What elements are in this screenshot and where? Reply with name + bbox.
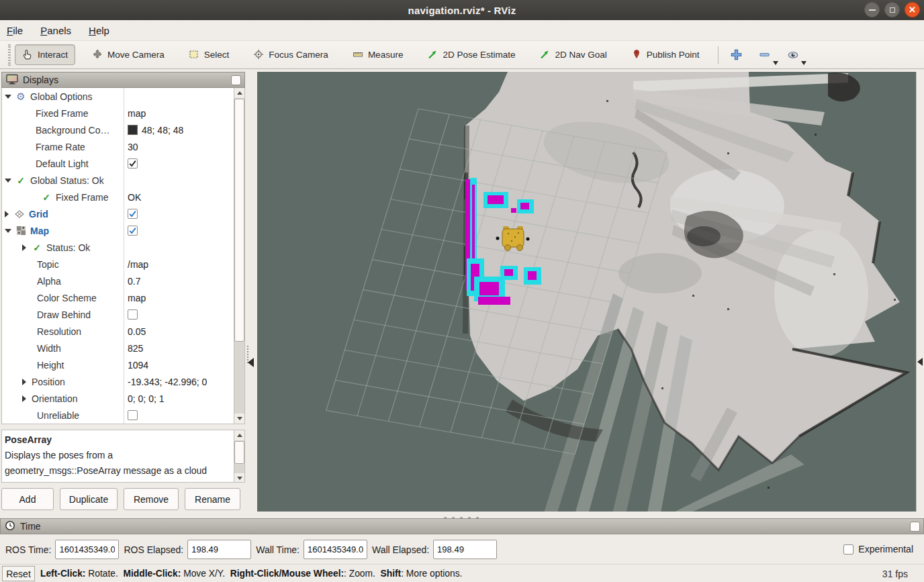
- maximize-button[interactable]: [884, 2, 900, 17]
- collapse-left-icon[interactable]: [917, 358, 923, 366]
- tree-row-topic[interactable]: Topic/map: [2, 256, 244, 273]
- property-checkbox[interactable]: [128, 309, 138, 320]
- menu-file[interactable]: File: [7, 25, 23, 36]
- tree-row-global-options[interactable]: ⚙Global Options: [2, 88, 244, 105]
- tree-row-fixed-frame[interactable]: Fixed Framemap: [2, 105, 244, 122]
- property-value[interactable]: 0.7: [128, 276, 140, 287]
- tree-row-background-co-[interactable]: Background Co…48; 48; 48: [2, 122, 244, 138]
- tree-row-global-status-ok[interactable]: ✓Global Status: Ok: [2, 172, 244, 189]
- collapse-left-icon[interactable]: [248, 358, 254, 367]
- dropdown-caret-icon[interactable]: [801, 61, 806, 65]
- time-panel-header[interactable]: Time: [0, 518, 924, 534]
- tool-interact[interactable]: Interact: [15, 44, 75, 65]
- property-checkbox[interactable]: [128, 410, 138, 420]
- property-value[interactable]: map: [128, 293, 146, 303]
- panel-viewport-splitter[interactable]: [245, 72, 257, 517]
- viewport-time-splitter[interactable]: ● ● ● ● ●: [0, 512, 924, 518]
- hint-key: Middle-Click:: [123, 569, 181, 579]
- minimize-button[interactable]: [864, 2, 880, 17]
- time-float-button[interactable]: [910, 522, 920, 532]
- remove-button[interactable]: Remove: [124, 488, 179, 510]
- tree-row-resolution[interactable]: Resolution0.05: [2, 323, 244, 340]
- property-value[interactable]: /map: [128, 259, 148, 270]
- scrollbar-thumb[interactable]: [234, 99, 244, 342]
- property-value[interactable]: 1094: [128, 360, 148, 371]
- collapsed-right-panel[interactable]: [916, 72, 924, 517]
- tree-row-color-scheme[interactable]: Color Schememap: [2, 289, 244, 306]
- tree-description-splitter[interactable]: ● ● ● ● ●: [1, 424, 245, 430]
- tree-row-fixed-frame[interactable]: ✓Fixed FrameOK: [2, 189, 244, 205]
- property-value[interactable]: 825: [128, 343, 143, 354]
- dropdown-caret-icon[interactable]: [773, 61, 778, 65]
- tree-row-map[interactable]: Map: [2, 222, 244, 239]
- tree-row-orientation[interactable]: Orientation0; 0; 0; 1: [2, 390, 244, 407]
- tool-measure[interactable]: Measure: [345, 44, 411, 65]
- property-checkbox[interactable]: [128, 209, 138, 219]
- duplicate-button[interactable]: Duplicate: [60, 488, 118, 510]
- reset-button[interactable]: Reset: [2, 566, 35, 581]
- rename-button[interactable]: Rename: [185, 488, 240, 510]
- scrollbar-thumb[interactable]: [234, 441, 244, 464]
- remove-tool-button[interactable]: [756, 46, 774, 64]
- menu-help[interactable]: Help: [89, 25, 109, 36]
- tree-row-draw-behind[interactable]: Draw Behind: [2, 306, 244, 323]
- add-tool-button[interactable]: [728, 46, 745, 64]
- time-field-input[interactable]: [55, 540, 119, 559]
- tree-row-width[interactable]: Width825: [2, 340, 244, 356]
- tool-focus-camera[interactable]: Focus Camera: [246, 44, 336, 65]
- tool-2d-pose-estimate[interactable]: 2D Pose Estimate: [420, 44, 522, 65]
- property-checkbox[interactable]: [128, 158, 138, 168]
- time-field-input[interactable]: [187, 540, 251, 559]
- time-field-input[interactable]: [433, 540, 497, 559]
- tool-visibility-button[interactable]: [784, 46, 802, 64]
- property-checkbox[interactable]: [128, 226, 138, 236]
- collapsed-arrow-icon[interactable]: [5, 211, 9, 217]
- tree-row-frame-rate[interactable]: Frame Rate30: [2, 138, 244, 155]
- property-label: Fixed Frame: [56, 192, 109, 203]
- expanded-arrow-icon[interactable]: [5, 229, 11, 233]
- tool-2d-nav-goal[interactable]: 2D Nav Goal: [532, 44, 614, 65]
- scroll-down-button[interactable]: [234, 473, 244, 483]
- displays-panel-header[interactable]: Displays: [1, 72, 245, 88]
- close-button[interactable]: ✕: [905, 2, 920, 17]
- tree-row-alpha[interactable]: Alpha0.7: [2, 273, 244, 289]
- tool-publish-point[interactable]: Publish Point: [624, 44, 707, 65]
- expanded-arrow-icon[interactable]: [5, 95, 11, 99]
- property-value[interactable]: 48; 48; 48: [142, 125, 183, 136]
- property-label: Fixed Frame: [36, 108, 89, 119]
- tool-select[interactable]: Select: [181, 44, 237, 65]
- collapsed-arrow-icon[interactable]: [22, 395, 26, 402]
- property-value[interactable]: 30: [128, 142, 138, 152]
- experimental-checkbox[interactable]: [843, 544, 853, 554]
- hand-icon: [22, 49, 34, 60]
- property-value[interactable]: 0.05: [128, 326, 146, 337]
- add-button[interactable]: Add: [1, 488, 54, 510]
- collapsed-arrow-icon[interactable]: [22, 244, 26, 251]
- tree-row-position[interactable]: Position-19.343; -42.996; 0: [2, 373, 244, 390]
- 3d-viewport[interactable]: [257, 72, 916, 517]
- toolbar-drag-handle[interactable]: [8, 44, 11, 66]
- more-information-link[interactable]: More Information.: [132, 481, 209, 483]
- displays-float-button[interactable]: [231, 75, 241, 85]
- tree-row-grid[interactable]: Grid: [2, 205, 244, 222]
- menu-panels[interactable]: Panels: [40, 25, 71, 36]
- tree-row-unreliable[interactable]: Unreliable: [2, 407, 244, 424]
- tree-row-default-light[interactable]: Default Light: [2, 155, 244, 172]
- tree-row-status-ok[interactable]: ✓Status: Ok: [2, 239, 244, 256]
- time-field-input[interactable]: [304, 540, 367, 559]
- property-value[interactable]: OK: [128, 192, 141, 203]
- scroll-down-button[interactable]: [234, 414, 244, 424]
- tool-move-camera[interactable]: Move Camera: [85, 44, 172, 65]
- scroll-up-button[interactable]: [234, 430, 244, 440]
- property-value[interactable]: -19.343; -42.996; 0: [128, 377, 207, 387]
- tree-row-height[interactable]: Height1094: [2, 356, 244, 373]
- property-value[interactable]: 0; 0; 0; 1: [128, 393, 164, 404]
- time-field: Wall Elapsed:: [372, 540, 497, 559]
- property-value[interactable]: map: [128, 108, 146, 119]
- tree-scrollbar[interactable]: [234, 88, 244, 424]
- collapsed-arrow-icon[interactable]: [22, 379, 26, 385]
- scroll-up-button[interactable]: [234, 88, 244, 98]
- color-swatch[interactable]: [128, 125, 138, 135]
- description-scrollbar[interactable]: [234, 430, 244, 483]
- expanded-arrow-icon[interactable]: [5, 179, 11, 183]
